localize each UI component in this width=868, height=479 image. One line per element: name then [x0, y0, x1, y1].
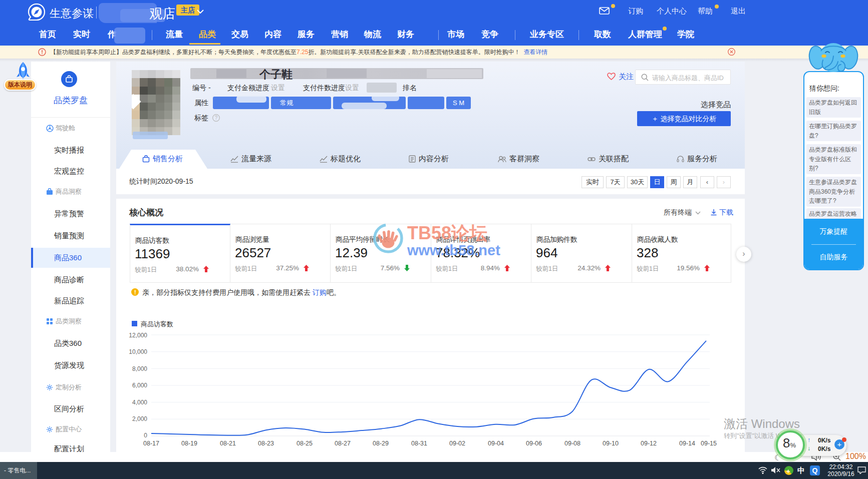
- svg-text:09-02: 09-02: [449, 440, 465, 447]
- svg-text:08-17: 08-17: [143, 440, 159, 447]
- svg-text:12,000: 12,000: [129, 332, 147, 339]
- svg-text:09-06: 09-06: [526, 440, 542, 447]
- svg-text:08-29: 08-29: [373, 440, 389, 447]
- svg-text:6,000: 6,000: [132, 382, 147, 389]
- svg-text:4,000: 4,000: [132, 399, 147, 406]
- svg-text:09-14: 09-14: [679, 440, 695, 447]
- svg-text:?: ?: [215, 115, 218, 121]
- svg-text:10,000: 10,000: [129, 348, 147, 355]
- svg-text:08-27: 08-27: [335, 440, 351, 447]
- svg-text:09-15: 09-15: [701, 440, 717, 447]
- svg-text:09-10: 09-10: [603, 440, 619, 447]
- svg-text:09-12: 09-12: [641, 440, 657, 447]
- svg-text:09-04: 09-04: [488, 440, 504, 447]
- svg-text:08-19: 08-19: [181, 440, 197, 447]
- svg-text:09-08: 09-08: [564, 440, 581, 447]
- svg-text:8,000: 8,000: [132, 365, 147, 372]
- svg-text:08-23: 08-23: [258, 440, 274, 447]
- svg-text:2,000: 2,000: [132, 415, 147, 422]
- svg-text:08-21: 08-21: [220, 440, 236, 447]
- svg-text:08-31: 08-31: [411, 440, 427, 447]
- svg-text:08-25: 08-25: [297, 440, 313, 447]
- svg-text:0: 0: [144, 432, 147, 439]
